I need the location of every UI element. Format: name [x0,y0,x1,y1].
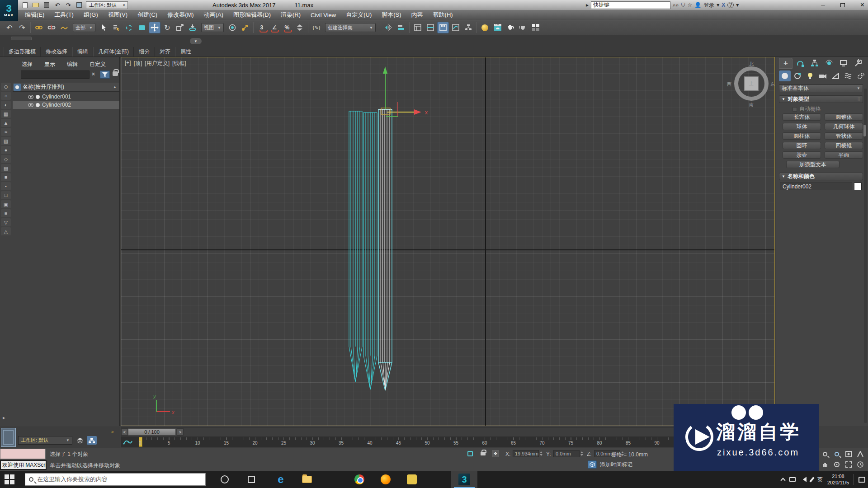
project-folder-icon[interactable] [75,1,83,9]
maxscript-welcome-button[interactable]: 欢迎使用 MAXScript [0,460,47,470]
filter-funnel-icon[interactable] [100,70,110,79]
primitive-button[interactable]: 圆环 [783,142,821,149]
taskbar-app-icon[interactable] [425,471,451,488]
menu-item[interactable]: 渲染(R) [276,10,306,20]
ribbon-tab[interactable] [11,37,32,40]
search-expand-icon[interactable]: ▸ [586,2,589,8]
ribbon-panel-tab[interactable]: 细分 [134,47,155,56]
render-production-icon[interactable] [530,22,542,33]
menu-item[interactable]: 编辑(E) [20,10,49,20]
menu-item[interactable]: 修改器(M) [162,10,199,20]
explorer-filter-icon[interactable]: ▣ [1,200,11,208]
checkbox-icon[interactable] [793,107,797,112]
y-coord-field[interactable]: 0.0mm [553,450,580,457]
taskbar-search[interactable]: 在这里输入你要搜索的内容 [25,473,206,486]
search-clear-icon[interactable]: × [92,71,95,77]
select-and-manipulate-icon[interactable] [239,22,251,33]
display-toggle-icon[interactable] [14,84,21,91]
user-icon[interactable]: 👤 [694,2,701,8]
taskbar-clock[interactable]: 21:08 2020/11/5 [827,473,849,486]
scene-explorer-menu-item[interactable]: 自定义 [86,60,109,69]
taskbar-app-icon[interactable] [320,471,346,488]
render-setup-icon[interactable] [505,22,516,33]
maximize-viewport-icon[interactable] [843,460,854,469]
visibility-eye-icon[interactable] [28,95,33,99]
zoom-all-icon[interactable] [831,449,842,459]
select-object-icon[interactable] [98,22,110,33]
selection-region-icon[interactable] [123,22,135,33]
ribbon-panel-tab[interactable]: 对齐 [155,47,175,56]
named-selection-dropdown[interactable]: 创建选择集▼ [325,23,376,32]
3dsmax-logo[interactable]: 3 MAX [0,0,18,21]
add-time-tag[interactable]: 添加时间标记 [588,460,632,469]
y-spinner[interactable] [580,450,584,457]
menu-item[interactable]: Civil View [306,10,341,20]
maxscript-mini-listener[interactable] [0,449,46,459]
ribbon-panel-tab[interactable]: 编辑 [72,47,93,56]
volume-icon[interactable] [800,477,807,482]
unlink-icon[interactable] [46,22,57,33]
search-binoculars-icon[interactable]: ⌕⌕ [673,2,679,8]
layers-stack-icon[interactable] [75,436,85,445]
undo-icon[interactable]: ↶ [53,1,61,9]
explorer-filter-icon[interactable]: ≡ [1,209,11,217]
sign-in-label[interactable]: 登录 [703,1,714,9]
lock-icon[interactable] [113,71,118,76]
primitive-button[interactable]: 茶壶 [783,151,821,159]
ribbon-tab[interactable] [55,37,75,40]
favorites-star-icon[interactable]: ☆ [688,2,693,8]
zoom-extents-icon[interactable] [843,449,854,459]
command-panel-scrollbar[interactable] [864,89,867,423]
select-and-scale-icon[interactable] [174,22,186,33]
explorer-filter-icon[interactable]: ▤ [1,164,11,172]
scene-explorer-menu-item[interactable]: 选择 [18,60,36,69]
rollout-name-color[interactable]: ▼ 名称和颜色 [779,173,863,180]
scene-explorer-menu-item[interactable]: 编辑 [63,60,81,69]
primitive-category-dropdown[interactable]: 标准基本体▼ [779,84,863,92]
menu-item[interactable]: 图形编辑器(D) [228,10,276,20]
menu-item[interactable]: 创建(C) [132,10,162,20]
angle-snap-icon[interactable]: ∠ [269,22,280,33]
explorer-filter-icon[interactable]: ▽ [1,218,11,226]
workspace-dropdown[interactable]: 工作区: 默认▾ [86,1,128,9]
tab-utilities[interactable] [851,58,865,69]
workspace-bottom-dropdown[interactable]: 工作区: 默认▼ [18,436,72,445]
explorer-filter-icon[interactable]: ◇ [1,155,11,163]
mirror-icon[interactable] [382,22,394,33]
scene-explorer-menu-item[interactable]: 显示 [41,60,59,69]
exchange-icon[interactable]: X [722,2,725,8]
close-button[interactable]: × [860,1,864,9]
orbit-icon[interactable] [831,460,842,469]
primitive-button[interactable]: 几何球体 [825,123,863,130]
category-systems-icon[interactable] [855,70,867,81]
menu-item[interactable]: 组(G) [79,10,103,20]
sort-ascending-icon[interactable]: ▲ [113,85,117,89]
select-link-icon[interactable] [33,22,45,33]
explorer-filter-icon[interactable]: □ [1,191,11,199]
tab-create[interactable]: + [779,58,793,69]
select-and-place-icon[interactable] [187,22,198,33]
use-pivot-center-icon[interactable] [226,22,238,33]
pen-input-icon[interactable] [809,477,814,483]
menu-item[interactable]: 帮助(H) [428,10,458,20]
menu-item[interactable]: 工具(T) [49,10,79,20]
redo-icon[interactable]: ↷ [16,22,28,33]
rollout-object-type[interactable]: ▼ 对象类型 ⠿ [779,95,863,103]
viewport-layout-thumbnail[interactable] [1,428,16,447]
pan-hand-icon[interactable] [819,460,830,469]
slate-material-editor-icon[interactable] [492,22,504,33]
help-dropdown-icon[interactable]: ▾ [736,2,739,8]
hierarchy-view-icon[interactable] [87,436,97,445]
curve-editor-icon[interactable] [450,22,462,33]
explorer-filter-icon[interactable]: ⊙ [1,83,11,91]
primitive-button[interactable]: 管状体 [825,132,863,140]
time-tag-cube-icon[interactable] [588,460,597,469]
explorer-filter-icon[interactable]: ● [1,146,11,154]
select-and-move-icon[interactable] [149,22,160,33]
edit-named-selection-icon[interactable]: {✎} [311,22,322,33]
explorer-filter-icon[interactable]: ■ [1,173,11,181]
scene-tree-row[interactable]: Cylinder001 [13,93,119,101]
tab-display[interactable] [837,58,850,69]
explorer-filter-icon[interactable]: ▧ [1,137,11,145]
menu-item[interactable]: 脚本(S) [377,10,406,20]
